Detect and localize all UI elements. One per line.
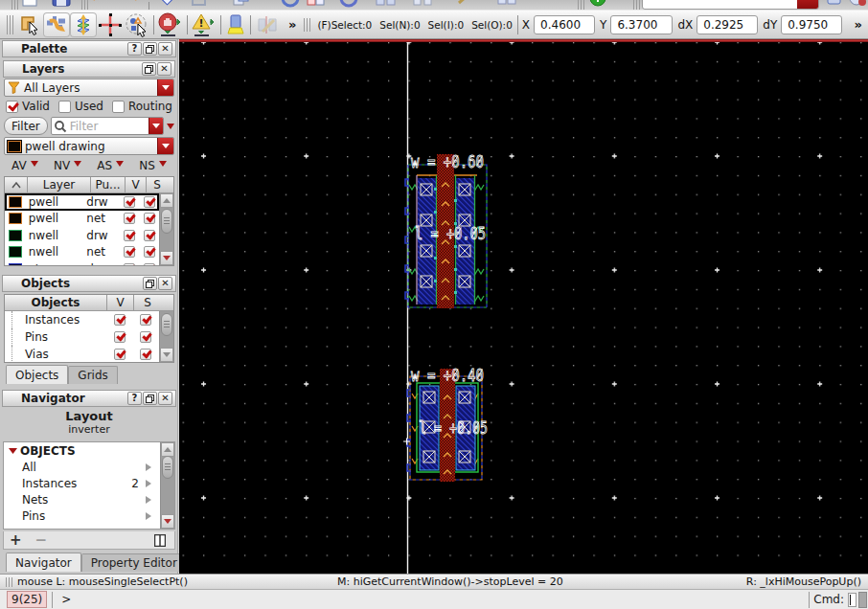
layer-row[interactable]: nwell net xyxy=(5,244,159,261)
s-checkbox[interactable] xyxy=(144,246,155,258)
nv-button[interactable]: NV xyxy=(54,159,70,172)
toolbar-overflow-right[interactable]: » xyxy=(855,17,860,32)
col-objects[interactable]: Objects xyxy=(5,295,107,310)
undo-icon[interactable] xyxy=(88,0,111,8)
as-button[interactable]: AS xyxy=(97,159,112,172)
v-checkbox[interactable] xyxy=(124,230,135,241)
tab-property-editor[interactable]: Property Editor xyxy=(81,553,187,572)
layer-row[interactable]: nwell drw xyxy=(5,227,159,244)
valid-checkbox[interactable] xyxy=(6,101,18,113)
nv-dropdown[interactable] xyxy=(74,161,81,170)
grip[interactable] xyxy=(7,15,13,34)
s-checkbox[interactable] xyxy=(144,196,155,208)
as-dropdown[interactable] xyxy=(116,161,124,170)
close-icon[interactable]: ✕ xyxy=(158,42,172,56)
s-checkbox[interactable] xyxy=(144,230,155,241)
v-checkbox[interactable] xyxy=(124,213,135,224)
av-dropdown[interactable] xyxy=(31,161,38,170)
zoom-fit-icon[interactable] xyxy=(156,0,177,9)
s-checkbox[interactable] xyxy=(144,263,155,265)
dropdown-button[interactable] xyxy=(157,79,173,96)
filter-options-dropdown[interactable] xyxy=(167,124,174,133)
scroll-down-icon[interactable] xyxy=(161,514,174,529)
columns-icon[interactable] xyxy=(154,534,166,547)
selection-filter-button[interactable] xyxy=(124,12,150,37)
scroll-up-icon[interactable] xyxy=(161,442,174,457)
v-checkbox[interactable] xyxy=(114,349,126,360)
float-button[interactable] xyxy=(143,42,157,56)
tab-navigator[interactable]: Navigator xyxy=(6,553,81,572)
dy-coord-field[interactable]: 0.9750 xyxy=(781,15,842,34)
save-icon[interactable] xyxy=(50,0,73,8)
help-search-icon[interactable] xyxy=(824,0,845,9)
objects-row[interactable]: Vias xyxy=(5,346,159,363)
layer-row[interactable]: pwell drw xyxy=(5,193,159,211)
close-icon[interactable]: ✕ xyxy=(157,62,171,76)
tree-item-instances[interactable]: Instances 2 xyxy=(4,475,160,491)
objects-scrollbar[interactable] xyxy=(159,311,173,362)
filter-input[interactable]: Filter xyxy=(51,117,164,135)
probe-disabled-button[interactable] xyxy=(254,12,281,37)
expand-icon[interactable] xyxy=(146,480,155,487)
ns-button[interactable]: NS xyxy=(139,159,155,172)
objects-row[interactable]: Instances xyxy=(5,311,159,328)
check-warning-button[interactable]: ! xyxy=(191,12,217,37)
create-wire-button[interactable] xyxy=(43,12,70,37)
objects-titlebar[interactable]: Objects ✕ xyxy=(2,275,176,292)
s-checkbox[interactable] xyxy=(140,349,151,360)
layer-filter-combo[interactable]: All Layers xyxy=(4,79,174,97)
col-v[interactable]: V xyxy=(126,177,147,192)
layer-row[interactable]: pwell net xyxy=(5,211,159,228)
v-checkbox[interactable] xyxy=(124,263,135,265)
help-button[interactable]: ? xyxy=(127,392,142,405)
tab-objects[interactable]: Objects xyxy=(6,365,68,384)
tree-item-nets[interactable]: Nets xyxy=(4,491,160,508)
scroll-thumb[interactable] xyxy=(161,209,172,234)
col-s[interactable]: S xyxy=(134,295,161,310)
expand-icon[interactable] xyxy=(146,496,155,504)
zoom-in-icon[interactable] xyxy=(188,0,209,9)
history-counter[interactable]: 9(25) xyxy=(7,591,47,608)
label-icon[interactable] xyxy=(494,0,519,9)
scroll-thumb[interactable] xyxy=(162,456,173,479)
x-coord-field[interactable]: 0.4600 xyxy=(534,15,595,34)
resize-grip[interactable] xyxy=(858,592,867,608)
active-layer-combo[interactable]: pwell drawing xyxy=(4,137,174,155)
col-s[interactable]: S xyxy=(147,177,168,192)
rotate-icon[interactable] xyxy=(337,0,360,9)
s-checkbox[interactable] xyxy=(140,331,151,343)
v-checkbox[interactable] xyxy=(124,196,135,208)
dropdown-button[interactable] xyxy=(157,138,173,154)
close-icon[interactable]: ✕ xyxy=(158,277,172,290)
paste-icon[interactable] xyxy=(305,0,328,9)
routing-checkbox[interactable] xyxy=(112,101,125,113)
layer-row[interactable]: vtg drw xyxy=(5,260,159,265)
copy-icon[interactable] xyxy=(230,0,251,9)
expand-icon[interactable] xyxy=(146,512,155,520)
close-icon[interactable]: ✕ xyxy=(158,392,172,405)
redo-icon[interactable] xyxy=(119,0,142,8)
col-v[interactable]: V xyxy=(107,295,134,310)
new-file-icon[interactable] xyxy=(19,0,40,8)
layers-titlebar[interactable]: Layers ✕ xyxy=(3,60,175,78)
flip-icon[interactable] xyxy=(374,0,399,9)
used-checkbox[interactable] xyxy=(58,101,71,113)
tree-item-all[interactable]: All xyxy=(4,459,160,475)
crosshair-button[interactable] xyxy=(97,12,124,37)
v-checkbox[interactable] xyxy=(114,314,126,326)
ns-dropdown[interactable] xyxy=(159,161,167,170)
objects-row[interactable]: Pins xyxy=(5,328,159,346)
tree-group-objects[interactable]: OBJECTS xyxy=(4,442,160,459)
remove-button[interactable]: − xyxy=(35,531,48,549)
grip[interactable] xyxy=(304,18,310,32)
dx-coord-field[interactable]: 0.2925 xyxy=(697,15,758,34)
tree-item-pins[interactable]: Pins xyxy=(4,508,160,524)
col-layer[interactable]: Layer xyxy=(28,177,91,192)
options-icon[interactable] xyxy=(847,0,868,9)
layout-view[interactable]: w = +0.60 l = +0.05 xyxy=(179,39,868,574)
move-icon[interactable] xyxy=(410,0,435,9)
s-checkbox[interactable] xyxy=(144,213,155,224)
y-coord-field[interactable]: 6.3700 xyxy=(610,15,673,34)
layers-table-header[interactable]: Layer Pu... V S xyxy=(5,177,173,193)
refresh-icon[interactable] xyxy=(586,0,609,9)
